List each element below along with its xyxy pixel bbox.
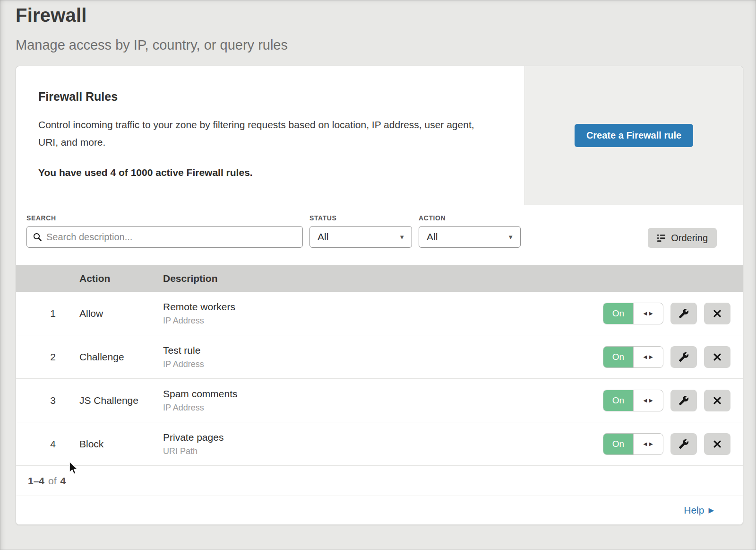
chevron-down-icon: ▼	[507, 234, 514, 241]
page-title: Firewall	[16, 5, 756, 26]
section-description: Control incoming traffic to your zone by…	[38, 116, 487, 151]
filters-bar: SEARCH STATUS All ▼ ACTION All ▼	[16, 205, 743, 265]
edit-rule-button[interactable]	[670, 346, 697, 368]
table-header: Action Description	[16, 265, 743, 292]
status-selected-value: All	[318, 231, 328, 243]
arrow-right-icon: ▶	[708, 506, 714, 515]
rule-action: Allow	[79, 308, 163, 319]
rule-controls: On ◀ ▶	[603, 346, 743, 368]
action-column-header: Action	[79, 273, 163, 284]
search-input[interactable]	[46, 232, 297, 243]
search-icon	[33, 232, 42, 242]
rule-enabled-toggle[interactable]: On ◀ ▶	[603, 433, 663, 455]
toggle-arrows-icon[interactable]: ◀ ▶	[634, 390, 663, 411]
rule-priority: 2	[16, 351, 79, 363]
rule-description: Spam comments	[163, 388, 603, 400]
rule-priority: 4	[16, 438, 79, 450]
pagination-range: 1–4	[28, 475, 44, 487]
usage-note: You have used 4 of 1000 active Firewall …	[38, 167, 496, 178]
delete-rule-button[interactable]	[704, 433, 730, 455]
edit-rule-button[interactable]	[670, 303, 697, 324]
wrench-icon	[679, 308, 689, 319]
rule-description-cell: Spam comments IP Address	[163, 388, 603, 413]
edit-rule-button[interactable]	[670, 433, 697, 455]
description-column-header: Description	[163, 273, 603, 284]
search-filter-group: SEARCH	[26, 214, 303, 248]
rule-enabled-toggle[interactable]: On ◀ ▶	[603, 346, 663, 368]
rule-description-cell: Private pages URI Path	[163, 432, 603, 456]
toggle-on-label[interactable]: On	[603, 303, 634, 324]
x-icon	[712, 352, 722, 362]
search-box[interactable]	[26, 226, 303, 248]
rule-controls: On ◀ ▶	[603, 303, 743, 324]
status-filter-group: STATUS All ▼	[309, 214, 412, 248]
table-row: 3 JS Challenge Spam comments IP Address …	[16, 379, 743, 422]
toggle-arrows-icon[interactable]: ◀ ▶	[634, 434, 663, 454]
x-icon	[712, 308, 722, 319]
toggle-on-label[interactable]: On	[603, 434, 634, 454]
rule-field: IP Address	[163, 316, 603, 326]
rule-controls: On ◀ ▶	[603, 390, 743, 411]
table-row: 4 Block Private pages URI Path On ◀ ▶	[16, 422, 743, 466]
section-heading: Firewall Rules	[38, 90, 496, 104]
rule-enabled-toggle[interactable]: On ◀ ▶	[603, 390, 663, 411]
delete-rule-button[interactable]	[704, 390, 730, 411]
create-firewall-rule-button[interactable]: Create a Firewall rule	[575, 124, 693, 147]
delete-rule-button[interactable]	[704, 346, 730, 368]
x-icon	[712, 439, 722, 449]
search-label: SEARCH	[26, 214, 303, 222]
rule-field: URI Path	[163, 446, 603, 456]
action-select[interactable]: All ▼	[419, 226, 521, 248]
x-icon	[712, 395, 722, 406]
cta-panel: Create a Firewall rule	[524, 66, 743, 205]
page-subtitle: Manage access by IP, country, or query r…	[16, 37, 756, 53]
firewall-rules-card: Firewall Rules Control incoming traffic …	[16, 66, 743, 525]
rule-action: Block	[79, 438, 163, 450]
card-top-section: Firewall Rules Control incoming traffic …	[16, 66, 743, 205]
rule-field: IP Address	[163, 403, 603, 413]
ordering-button-label: Ordering	[671, 233, 708, 244]
ordering-button[interactable]: Ordering	[648, 228, 717, 248]
action-selected-value: All	[427, 231, 438, 243]
rule-action: JS Challenge	[79, 395, 163, 406]
toggle-on-label[interactable]: On	[603, 390, 634, 411]
rule-priority: 1	[16, 308, 79, 319]
help-link-label: Help	[684, 505, 704, 516]
rule-description: Private pages	[163, 432, 603, 443]
wrench-icon	[679, 439, 689, 449]
rule-priority: 3	[16, 395, 79, 406]
wrench-icon	[679, 352, 689, 362]
rule-description: Remote workers	[163, 301, 603, 313]
pagination-of: of	[48, 475, 57, 487]
page-header: Firewall Manage access by IP, country, o…	[0, 0, 756, 53]
help-link[interactable]: Help ▶	[684, 505, 714, 516]
rule-description: Test rule	[163, 345, 603, 356]
toggle-arrows-icon[interactable]: ◀ ▶	[634, 347, 663, 367]
pagination-total: 4	[60, 475, 66, 487]
rule-description-cell: Test rule IP Address	[163, 345, 603, 369]
delete-rule-button[interactable]	[704, 303, 730, 324]
table-row: 1 Allow Remote workers IP Address On ◀ ▶	[16, 292, 743, 335]
table-row: 2 Challenge Test rule IP Address On ◀ ▶	[16, 335, 743, 379]
rule-controls: On ◀ ▶	[603, 433, 743, 455]
list-ordering-icon	[657, 233, 666, 243]
wrench-icon	[679, 395, 689, 406]
action-label: ACTION	[419, 214, 521, 222]
toggle-arrows-icon[interactable]: ◀ ▶	[634, 303, 663, 324]
rule-description-cell: Remote workers IP Address	[163, 301, 603, 326]
status-select[interactable]: All ▼	[309, 226, 412, 248]
action-filter-group: ACTION All ▼	[419, 214, 521, 248]
rule-action: Challenge	[79, 351, 163, 363]
edit-rule-button[interactable]	[670, 390, 697, 411]
rule-enabled-toggle[interactable]: On ◀ ▶	[603, 303, 663, 324]
rule-field: IP Address	[163, 359, 603, 369]
status-label: STATUS	[309, 214, 412, 222]
chevron-down-icon: ▼	[399, 234, 405, 241]
intro-section: Firewall Rules Control incoming traffic …	[16, 66, 524, 205]
pagination: 1–4 of 4	[16, 466, 743, 496]
toggle-on-label[interactable]: On	[603, 347, 634, 367]
card-footer: Help ▶	[16, 496, 743, 524]
